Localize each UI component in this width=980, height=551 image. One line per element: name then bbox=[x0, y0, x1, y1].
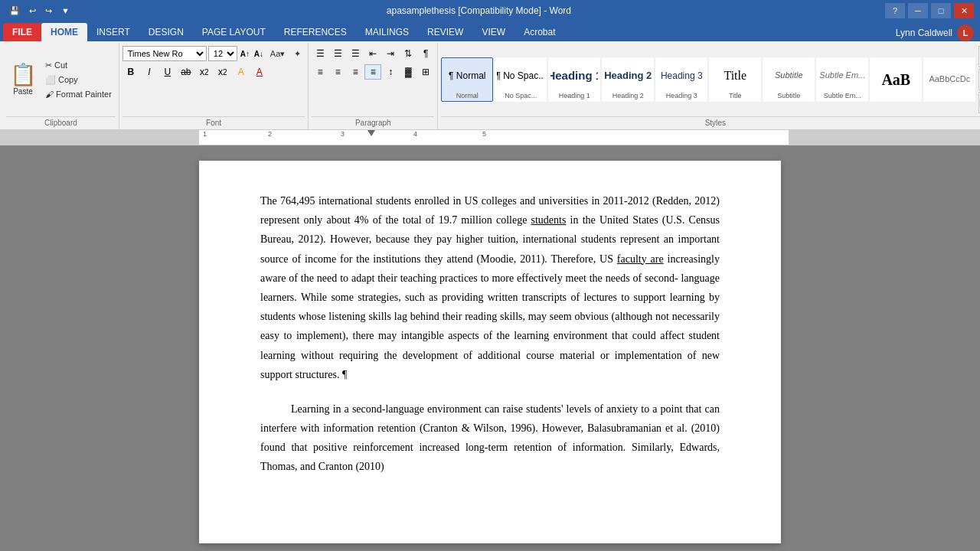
styles-list: ¶ Normal Normal ¶ No Spac... No Spac... … bbox=[441, 57, 975, 102]
style-another[interactable]: AaBbCcDc bbox=[923, 57, 975, 102]
para-row-2: ≡ ≡ ≡ ≡ ↕ ▓ ⊞ bbox=[312, 64, 434, 80]
change-case-btn[interactable]: Aa▾ bbox=[266, 47, 289, 60]
style-subtitle[interactable]: Subtitle Subtitle bbox=[763, 57, 815, 102]
user-name: Lynn Caldwell bbox=[896, 28, 952, 38]
document-page: The 764,495 international students enrol… bbox=[199, 161, 781, 543]
increase-font-btn[interactable]: A↑ bbox=[239, 46, 251, 61]
decrease-font-btn[interactable]: A↓ bbox=[253, 46, 265, 61]
style-subtle-em[interactable]: Subtle Em... Subtle Em... bbox=[816, 57, 868, 102]
paragraph-group: ☰ ☰ ☰ ⇤ ⇥ ⇅ ¶ ≡ ≡ ≡ ≡ ↕ ▓ ⊞ Paragraph bbox=[309, 43, 438, 129]
font-group: Times New Ro 12 A↑ A↓ Aa▾ ✦ B I U ab x2 … bbox=[119, 43, 309, 129]
style-heading1-preview: Heading 1 bbox=[550, 60, 598, 92]
style-heading3[interactable]: Heading 3 Heading 3 bbox=[655, 57, 707, 102]
redo-btn[interactable]: ↪ bbox=[42, 5, 55, 18]
increase-indent-btn[interactable]: ⇥ bbox=[382, 46, 399, 61]
tab-home[interactable]: HOME bbox=[41, 23, 87, 41]
style-subtitle-label: Subtitle bbox=[765, 92, 812, 99]
tab-acrobat[interactable]: Acrobat bbox=[514, 23, 564, 41]
tab-references[interactable]: REFERENCES bbox=[275, 23, 356, 41]
clipboard-group: 📋 Paste ✂ Cut ⬜ Copy 🖌 Format Painter Cl… bbox=[3, 43, 119, 129]
underline-button[interactable]: U bbox=[159, 64, 176, 80]
bold-button[interactable]: B bbox=[122, 64, 139, 80]
bullets-btn[interactable]: ☰ bbox=[312, 46, 328, 61]
paragraph-content: ☰ ☰ ☰ ⇤ ⇥ ⇅ ¶ ≡ ≡ ≡ ≡ ↕ ▓ ⊞ bbox=[312, 43, 434, 115]
help-btn[interactable]: ? bbox=[885, 3, 905, 18]
user-area: Lynn Caldwell L bbox=[896, 24, 980, 41]
borders-btn[interactable]: ⊞ bbox=[417, 64, 434, 80]
clipboard-small-buttons: ✂ Cut ⬜ Copy 🖌 Format Painter bbox=[41, 58, 116, 101]
style-no-spacing-label: No Spac... bbox=[497, 92, 544, 99]
paste-label: Paste bbox=[13, 87, 33, 96]
undo-btn[interactable]: ↩ bbox=[26, 5, 39, 18]
ruler-left-margin bbox=[0, 130, 199, 145]
tab-page-layout[interactable]: PAGE LAYOUT bbox=[193, 23, 275, 41]
styles-content: ¶ Normal Normal ¶ No Spac... No Spac... … bbox=[441, 43, 980, 115]
tab-file[interactable]: FILE bbox=[3, 23, 41, 41]
style-large[interactable]: AaB bbox=[870, 57, 922, 102]
style-no-spacing[interactable]: ¶ No Spac... No Spac... bbox=[495, 57, 547, 102]
document-area[interactable]: The 764,495 international students enrol… bbox=[0, 145, 980, 551]
tab-review[interactable]: REVIEW bbox=[418, 23, 472, 41]
paragraph-1: The 764,495 international students enrol… bbox=[260, 191, 720, 384]
text-highlight-btn[interactable]: A bbox=[233, 64, 250, 80]
ribbon-tab-bar: FILE HOME INSERT DESIGN PAGE LAYOUT REFE… bbox=[0, 21, 980, 41]
maximize-btn[interactable]: □ bbox=[931, 3, 951, 18]
multilevel-btn[interactable]: ☰ bbox=[347, 46, 364, 61]
style-normal-preview: ¶ Normal bbox=[443, 60, 491, 92]
style-another-preview: AaBbCcDc bbox=[926, 60, 973, 99]
font-color-btn[interactable]: A bbox=[251, 64, 268, 80]
style-title[interactable]: Title Title bbox=[709, 57, 761, 102]
paragraph-2: Learning in a second-language environmen… bbox=[260, 399, 720, 477]
style-normal-label: Normal bbox=[443, 92, 491, 99]
style-heading1[interactable]: Heading 1 Heading 1 bbox=[548, 57, 600, 102]
align-center-btn[interactable]: ≡ bbox=[329, 64, 346, 80]
cut-button[interactable]: ✂ Cut bbox=[41, 58, 116, 72]
close-btn[interactable]: ✕ bbox=[954, 3, 974, 18]
justify-btn[interactable]: ≡ bbox=[364, 64, 381, 80]
qa-dropdown-btn[interactable]: ▼ bbox=[58, 5, 73, 17]
clear-format-btn[interactable]: ✦ bbox=[290, 47, 305, 60]
ribbon-content: 📋 Paste ✂ Cut ⬜ Copy 🖌 Format Painter Cl… bbox=[0, 41, 980, 130]
tab-insert[interactable]: INSERT bbox=[87, 23, 139, 41]
clipboard-content: 📋 Paste ✂ Cut ⬜ Copy 🖌 Format Painter bbox=[6, 43, 116, 115]
underline-faculty-are: faculty are bbox=[617, 253, 664, 265]
save-btn[interactable]: 💾 bbox=[6, 5, 23, 18]
style-no-spacing-preview: ¶ No Spac... bbox=[497, 60, 544, 92]
style-heading3-label: Heading 3 bbox=[658, 92, 705, 99]
italic-button[interactable]: I bbox=[141, 64, 158, 80]
show-formatting-btn[interactable]: ¶ bbox=[417, 46, 434, 61]
format-painter-button[interactable]: 🖌 Format Painter bbox=[41, 87, 116, 101]
paragraph-label: Paragraph bbox=[312, 116, 434, 129]
window-controls[interactable]: ? ─ □ ✕ bbox=[885, 3, 974, 18]
style-normal[interactable]: ¶ Normal Normal bbox=[441, 57, 493, 102]
user-avatar: L bbox=[957, 24, 974, 41]
font-size-select[interactable]: 12 bbox=[208, 46, 237, 61]
tab-view[interactable]: VIEW bbox=[472, 23, 514, 41]
superscript-button[interactable]: x2 bbox=[214, 64, 231, 80]
style-large-preview: AaB bbox=[872, 60, 920, 99]
font-face-select[interactable]: Times New Ro bbox=[122, 46, 207, 61]
shading-btn[interactable]: ▓ bbox=[400, 64, 416, 80]
tab-design[interactable]: DESIGN bbox=[139, 23, 193, 41]
paste-icon: 📋 bbox=[10, 64, 37, 86]
font-row-1: Times New Ro 12 A↑ A↓ Aa▾ ✦ bbox=[122, 46, 305, 61]
align-left-btn[interactable]: ≡ bbox=[312, 64, 328, 80]
tab-mailings[interactable]: MAILINGS bbox=[356, 23, 418, 41]
style-title-preview: Title bbox=[711, 60, 759, 92]
style-heading2[interactable]: Heading 2 Heading 2 bbox=[602, 57, 654, 102]
sort-btn[interactable]: ⇅ bbox=[400, 46, 416, 61]
align-right-btn[interactable]: ≡ bbox=[347, 64, 364, 80]
copy-button[interactable]: ⬜ Copy bbox=[41, 73, 116, 86]
paste-button[interactable]: 📋 Paste bbox=[6, 57, 40, 102]
style-title-label: Title bbox=[711, 92, 759, 99]
strikethrough-button[interactable]: ab bbox=[178, 64, 194, 80]
subscript-button[interactable]: x2 bbox=[196, 64, 213, 80]
quick-access-toolbar[interactable]: 💾 ↩ ↪ ▼ bbox=[6, 5, 73, 18]
style-heading2-label: Heading 2 bbox=[604, 92, 652, 99]
underline-students: students bbox=[531, 214, 567, 226]
line-spacing-btn[interactable]: ↕ bbox=[382, 64, 399, 80]
numbering-btn[interactable]: ☰ bbox=[329, 46, 346, 61]
minimize-btn[interactable]: ─ bbox=[908, 3, 928, 18]
decrease-indent-btn[interactable]: ⇤ bbox=[364, 46, 381, 61]
style-heading1-label: Heading 1 bbox=[550, 92, 598, 99]
